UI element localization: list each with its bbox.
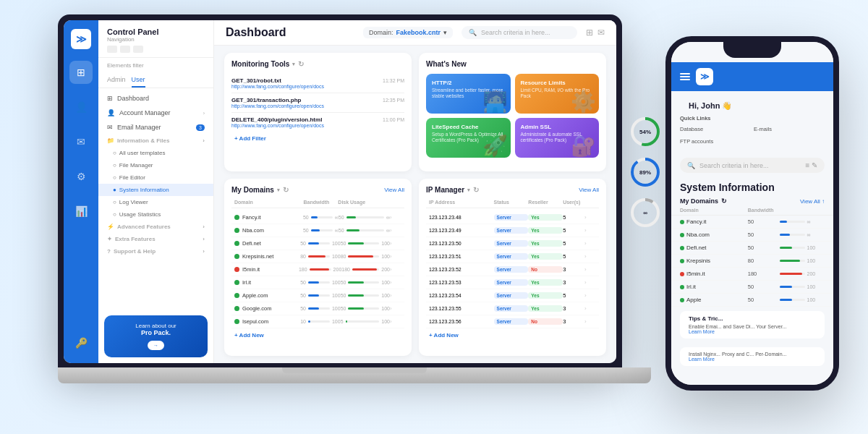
nav-tab-admin[interactable]: Admin [107, 73, 126, 88]
ip-address: 123.123.23.55 [429, 306, 494, 311]
news-card-ssl[interactable]: Admin SSL Administrate & automate SSL ce… [515, 118, 600, 158]
phone-search[interactable]: 🔍 Search criteria in here... ≡ ✎ [680, 158, 825, 173]
file-manager-icon: ○ [113, 162, 116, 169]
nav-extra[interactable]: ✦ Extra Features › [98, 233, 213, 245]
ip-arrow[interactable]: › [584, 318, 596, 325]
ip-row-4: 123.123.23.52 Server No 3 › [426, 263, 599, 276]
ip-refresh[interactable]: ↻ [473, 186, 479, 194]
email-badge: 3 [196, 124, 205, 131]
status-dot [234, 267, 239, 272]
row-arrow[interactable]: › [390, 305, 401, 312]
nav-sub-file-editor[interactable]: ○ File Editor [98, 171, 213, 184]
add-domain-btn[interactable]: + Add New [231, 328, 404, 342]
ip-arrow[interactable]: › [584, 214, 596, 221]
ip-users: 3 [563, 279, 584, 286]
status-dot [234, 306, 239, 311]
sidebar-icon-email[interactable]: ✉ [69, 130, 93, 153]
phone-system-info-title: System Information [671, 177, 833, 195]
row-arrow[interactable]: › [390, 227, 401, 234]
domains-view-all[interactable]: View All [384, 187, 404, 193]
nav-sub-system-info[interactable]: ● System Information [98, 184, 213, 196]
disk-track [346, 320, 380, 323]
monitoring-items: GET_301/robot.txt 11:32 PM http://www.fa… [231, 74, 404, 132]
nav-advanced[interactable]: ⚡ Advanced Features › [98, 221, 213, 233]
nav-sub-file-manager[interactable]: ○ File Manager [98, 159, 213, 171]
domains-rows: Fancy.it 50 ∞ 50 ∞ › Nba.com 50 ∞ [231, 211, 404, 328]
domain-selector[interactable]: Domain: Fakebook.cntr ▾ [363, 27, 453, 38]
mail-icon[interactable]: ✉ [597, 27, 605, 38]
nav-item-dashboard[interactable]: ⊞ Dashboard [98, 91, 213, 106]
row-arrow[interactable]: › [390, 279, 401, 286]
monitoring-refresh[interactable]: ↻ [298, 60, 304, 68]
nav-section-info[interactable]: 📁 Information & Files › [98, 135, 213, 147]
pro-banner: Learn about our Pro Pack. → [104, 315, 208, 357]
circle-1-text: 54% [639, 129, 651, 135]
row-arrow[interactable]: › [390, 214, 401, 221]
nav-sub-usage-stats[interactable]: ○ Usage Statistics [98, 208, 213, 221]
phone-domain-name: Defi.net [680, 244, 748, 251]
news-card-cache[interactable]: LiteSpeed Cache Setup a WordPress & Opti… [426, 118, 511, 158]
search-bar[interactable]: 🔍 Search criteria in here... [461, 26, 577, 39]
disk-track [352, 268, 379, 271]
ip-row-5: 123.123.23.53 Server Yes 3 › [426, 276, 599, 289]
ip-arrow[interactable]: › [584, 292, 596, 299]
row-arrow[interactable]: › [390, 253, 401, 260]
add-ip-btn[interactable]: + Add New [426, 328, 599, 342]
row-arrow[interactable]: › [390, 292, 401, 299]
bw-fill [308, 320, 310, 323]
quick-link-db[interactable]: Database [680, 124, 751, 134]
phone-view-all[interactable]: View All ↑ [800, 198, 825, 205]
quick-link-ftp[interactable]: FTP accounts [680, 137, 751, 146]
grid-icon[interactable]: ⊞ [586, 27, 593, 38]
ip-arrow[interactable]: › [584, 305, 596, 312]
sidebar-icon-gear[interactable]: ⚙ [69, 165, 93, 188]
news-card-http2[interactable]: HTTP/2 Streamline and better faster, mor… [426, 74, 511, 114]
nav-item-email[interactable]: ✉ Email Manager 3 [98, 120, 213, 135]
domains-refresh[interactable]: ↻ [283, 186, 289, 194]
nav-sub-log-viewer[interactable]: ○ Log Viewer [98, 196, 213, 208]
ip-arrow[interactable]: › [584, 279, 596, 286]
support-icon: ? [107, 248, 111, 255]
ip-arrow[interactable]: › [584, 227, 596, 234]
sidebar-logo[interactable]: ≫ [71, 29, 91, 49]
ip-row-7: 123.123.23.55 Server Yes 3 › [426, 302, 599, 315]
ip-status: Server [494, 240, 529, 247]
nav-support[interactable]: ? Support & Help › [98, 245, 213, 258]
sidebar-icon-user[interactable]: 👤 [69, 95, 93, 119]
add-filter-btn[interactable]: + Add Filter [231, 132, 404, 145]
laptop-mockup: ≫ ⊞ 👤 ✉ ⚙ 📊 🔑 Control Panel Navigation [58, 14, 651, 412]
nav-icon-btn-1[interactable] [107, 46, 117, 53]
domains-refresh-icon[interactable]: ↻ [721, 197, 727, 205]
nav-icon-btn-3[interactable] [133, 46, 143, 53]
phone-tips: Tips & Tric... Enable Emai... and Save D… [680, 311, 825, 339]
disk-cell: 50 ∞ [339, 228, 390, 233]
ip-view-all[interactable]: View All [579, 187, 599, 193]
row-arrow[interactable]: › [390, 240, 401, 247]
quick-link-email[interactable]: E-mails [754, 124, 825, 134]
bw-cell: 180 200 [299, 267, 341, 272]
row-arrow[interactable]: › [390, 266, 401, 273]
ip-arrow[interactable]: › [584, 266, 596, 273]
system-info-icon: ● [113, 187, 116, 193]
sidebar-icon-grid[interactable]: ⊞ [69, 61, 93, 84]
row-arrow[interactable]: › [390, 318, 401, 325]
nav-tab-user[interactable]: User [132, 73, 145, 88]
phone-fill [780, 260, 800, 262]
sidebar-icon-chart[interactable]: 📊 [69, 200, 93, 223]
phone-domain-name: Irl.it [680, 284, 748, 290]
nav-item-account[interactable]: 👤 Account Manager › [98, 106, 213, 120]
news-card-resource[interactable]: Resource Limits Limit CPU, RAM, I/O with… [515, 74, 600, 114]
ip-arrow[interactable]: › [584, 253, 596, 260]
ip-arrow[interactable]: › [584, 240, 596, 247]
pro-banner-button[interactable]: → [148, 341, 164, 350]
laptop-base [58, 367, 651, 383]
disk-fill [346, 216, 356, 218]
nav-filter-label: Elements filter [98, 58, 213, 73]
bw-cell: 50 ∞ [303, 228, 339, 233]
nav-icon-btn-2[interactable] [120, 46, 130, 53]
ip-address: 123.123.23.51 [429, 254, 494, 259]
phone-mockup: ≫ Hi, John 👋 Quick Links Database E-mail… [665, 36, 839, 391]
sidebar-icon-admin[interactable]: 🔑 [69, 331, 93, 354]
phone-menu-icon[interactable] [680, 73, 690, 80]
nav-sub-templates[interactable]: ○ All user templates [98, 147, 213, 159]
